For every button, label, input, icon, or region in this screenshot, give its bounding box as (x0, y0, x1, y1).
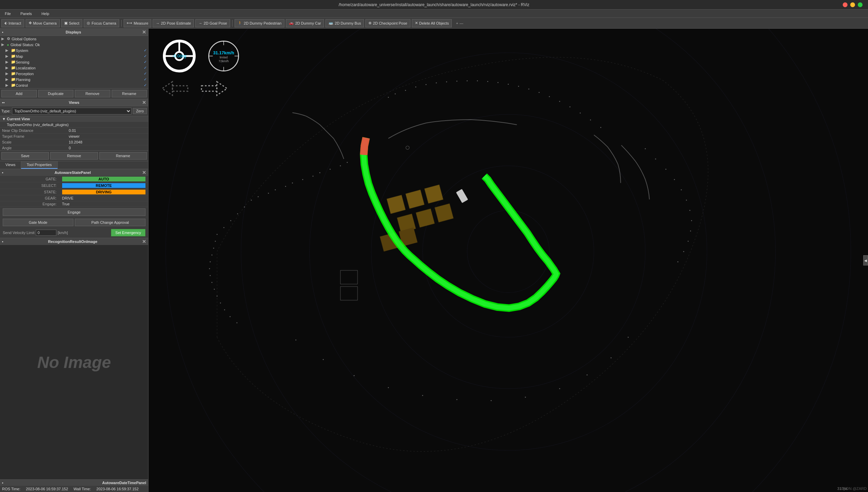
tree-item-perception[interactable]: ▶ 📁 Perception ✓ (0, 71, 148, 77)
autoware-state-header[interactable]: ▪ AutowareStatePanel ✕ (0, 169, 148, 176)
tab-tool-properties[interactable]: Tool Properties (21, 161, 57, 169)
svg-point-27 (210, 261, 211, 262)
svg-point-78 (422, 395, 423, 396)
pose-estimate-button[interactable]: → 2D Pose Estimate (153, 19, 194, 27)
focus-camera-button[interactable]: ◎ Focus Camera (84, 19, 119, 27)
svg-point-59 (645, 148, 646, 149)
sensing-label: Sensing (16, 60, 144, 64)
save-view-button[interactable]: Save (1, 152, 49, 160)
svg-point-47 (487, 81, 488, 82)
tree-item-sensing[interactable]: ▶ 📁 Sensing ✓ (0, 59, 148, 65)
svg-point-71 (628, 337, 629, 338)
tree-item-map[interactable]: ▶ 📁 Map ✓ (0, 53, 148, 59)
engage-value-row: Engage: True (0, 201, 148, 207)
rename-view-button[interactable]: Rename (99, 152, 147, 160)
titlebar: /home/zard/autoware_universe/install/aut… (0, 0, 868, 10)
tree-item-system[interactable]: ▶ 📁 System ✓ (0, 47, 148, 53)
angle-row[interactable]: Angle 0 (0, 145, 148, 151)
maximize-button[interactable] (858, 2, 863, 7)
svg-point-15 (319, 172, 320, 173)
svg-marker-109 (162, 82, 172, 95)
svg-point-39 (405, 90, 406, 91)
views-section: ▪▪ Views ✕ Type: TopDownOrtho (rviz_defa… (0, 99, 148, 161)
status-icon: ● (7, 43, 9, 47)
remove-view-button[interactable]: Remove (50, 152, 98, 160)
tree-item-control[interactable]: ▶ 📁 Control ✓ (0, 82, 148, 88)
tree-item-localization[interactable]: ▶ 📁 Localization ✓ (0, 65, 148, 71)
interact-button[interactable]: ⬖ Interact (1, 19, 24, 27)
dummy-bus-button[interactable]: 🚌 2D Dummy Bus (325, 19, 364, 27)
views-section-header: ▪▪ Views ✕ (0, 99, 148, 106)
collapse-icon: ▼ (2, 117, 7, 121)
views-close[interactable]: ✕ (142, 100, 146, 105)
svg-point-40 (415, 86, 416, 87)
displays-close[interactable]: ✕ (142, 30, 146, 35)
viewport[interactable]: -0.0deg 31.17km/h limited 72km/h (149, 29, 868, 492)
select-button[interactable]: ▣ Select (61, 19, 83, 27)
minimize-button[interactable] (850, 2, 855, 7)
tree-item-global-options[interactable]: ▶ ⚙ Global Options (0, 36, 148, 42)
goal-pose-button[interactable]: → 2D Goal Pose (195, 19, 230, 27)
toggle-icon: ▶ (5, 83, 10, 87)
path-change-button[interactable]: Path Change Approval (75, 219, 145, 226)
set-emergency-button[interactable]: Set Emergency (111, 229, 145, 236)
toolbar-plus[interactable]: + (456, 21, 458, 25)
delete-all-button[interactable]: ✕ Delete All Objects (412, 19, 452, 27)
recognition-close[interactable]: ✕ (142, 239, 146, 244)
duplicate-display-button[interactable]: Duplicate (38, 90, 74, 97)
window-title: /home/zard/autoware_universe/install/aut… (339, 2, 530, 7)
svg-point-53 (549, 96, 550, 97)
scale-row[interactable]: Scale 10.2048 (0, 139, 148, 145)
tree-item-global-status[interactable]: ▶ ● Global Status: Ok (0, 42, 148, 47)
svg-point-13 (302, 179, 303, 180)
panel-icon: ▪ (2, 240, 3, 244)
svg-rect-110 (172, 86, 188, 91)
toolbar-more[interactable]: — (460, 21, 463, 25)
focus-icon: ◎ (87, 21, 90, 25)
measure-icon: ⟷ (127, 21, 132, 25)
svg-point-56 (580, 112, 581, 113)
svg-point-74 (559, 388, 560, 389)
right-arrow-indicator (200, 78, 227, 99)
displays-tree: ▶ ⚙ Global Options ▶ ● Global Status: Ok… (0, 36, 148, 88)
svg-point-66 (691, 220, 692, 221)
svg-point-35 (229, 316, 230, 317)
rename-display-button[interactable]: Rename (112, 90, 147, 97)
autoware-state-panel: ▪ AutowareStatePanel ✕ GATE: AUTO SELECT… (0, 169, 148, 238)
engage-button[interactable]: Engage (3, 208, 145, 216)
remove-display-button[interactable]: Remove (75, 90, 110, 97)
svg-point-64 (686, 200, 687, 201)
target-frame-row[interactable]: Target Frame viewer (0, 134, 148, 139)
svg-point-9 (268, 193, 269, 194)
zero-view-button[interactable]: Zero (133, 108, 147, 114)
tree-item-planning[interactable]: ▶ 📁 Planning ✓ (0, 77, 148, 82)
dummy-car-button[interactable]: 🚗 2D Dummy Car (286, 19, 324, 27)
viewport-expand-button[interactable]: ◀ (863, 255, 868, 265)
add-display-button[interactable]: Add (1, 90, 37, 97)
menu-file[interactable]: File (3, 11, 13, 16)
menu-help[interactable]: Help (39, 11, 51, 16)
svg-point-62 (674, 179, 675, 180)
autoware-state-close[interactable]: ✕ (142, 170, 146, 175)
dummy-pedestrian-button[interactable]: 🚶 2D Dummy Pedestrian (235, 19, 285, 27)
gate-mode-button[interactable]: Gate Mode (3, 219, 73, 226)
checkpoint-pose-button[interactable]: ⊕ 2D Checkpoint Pose (365, 19, 410, 27)
velocity-unit: [km/h] (58, 231, 68, 235)
speed-gauge-svg: 31.17km/h limited 72km/h (207, 39, 241, 73)
view-type-select[interactable]: TopDownOrtho (rviz_default_plugins) (12, 108, 131, 114)
move-icon: ✥ (29, 21, 32, 25)
state-row: STATE: DRIVING (0, 189, 148, 195)
measure-button[interactable]: ⟷ Measure (124, 19, 151, 27)
svg-text:-0.0deg: -0.0deg (172, 54, 186, 58)
autoware-state-title: AutowareStatePanel (55, 170, 91, 175)
recognition-header[interactable]: ▪ RecognitionResultOnImage ✕ (0, 238, 148, 245)
tab-views[interactable]: Views (0, 161, 21, 169)
near-clip-row[interactable]: Near Clip Distance 0.01 (0, 128, 148, 134)
velocity-input[interactable] (36, 230, 56, 236)
svg-point-57 (590, 119, 591, 120)
move-camera-button[interactable]: ✥ Move Camera (26, 19, 60, 27)
svg-rect-0 (149, 29, 868, 492)
delete-icon: ✕ (415, 21, 418, 25)
menu-panels[interactable]: Panels (18, 11, 34, 16)
close-button[interactable] (843, 2, 848, 7)
